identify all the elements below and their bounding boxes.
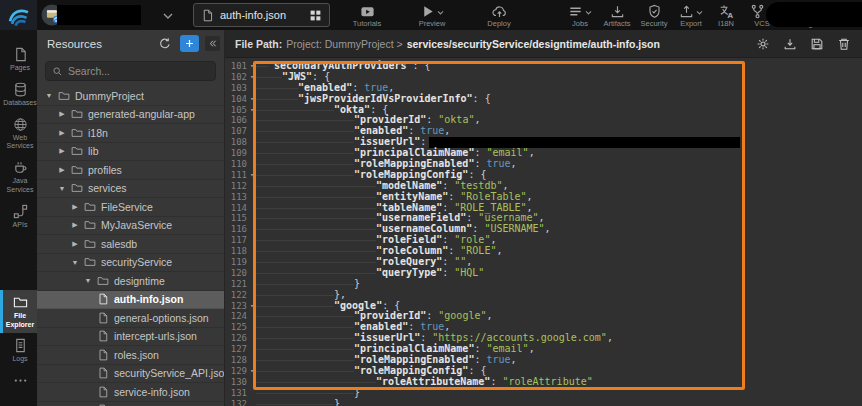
tree-item-label: MyJavaService bbox=[101, 219, 172, 231]
refresh-button[interactable] bbox=[156, 35, 174, 53]
tree-item-label: generated-angular-app bbox=[88, 108, 195, 120]
sidebar-item-pages[interactable]: Pages bbox=[0, 42, 37, 77]
tree-item-salesdb[interactable]: ▶salesdb bbox=[37, 235, 224, 254]
tree-item-myjavaservice[interactable]: ▶MyJavaService bbox=[37, 217, 224, 236]
sidebar-item-label: Web Services bbox=[4, 134, 36, 152]
line-number: 120 bbox=[225, 268, 247, 279]
tree-item-profiles[interactable]: ▶profiles bbox=[37, 161, 224, 180]
folder-icon bbox=[71, 164, 83, 176]
chevron-collapsed-icon[interactable]: ▶ bbox=[71, 240, 79, 248]
code-line: 119"roleQuery": "", bbox=[225, 257, 862, 268]
sidebar-item-label: Logs bbox=[12, 355, 27, 364]
tree-item-dummyproject[interactable]: ▼DummyProject bbox=[37, 87, 224, 106]
file-tab[interactable]: auth-info.json bbox=[193, 3, 330, 27]
chevron-expanded-icon[interactable]: ▼ bbox=[71, 259, 79, 266]
toolbar-i18n-button[interactable]: AI18N bbox=[710, 0, 742, 30]
tree-item-lib[interactable]: ▶lib bbox=[37, 143, 224, 162]
chevron-expanded-icon[interactable]: ▼ bbox=[58, 185, 66, 192]
line-number: 124 bbox=[225, 311, 247, 322]
fold-arrow-icon[interactable]: ▾ bbox=[247, 366, 256, 377]
file-path-label: File Path: bbox=[235, 38, 282, 50]
line-number: 121 bbox=[225, 279, 247, 290]
add-resource-button[interactable] bbox=[180, 35, 199, 52]
delete-button[interactable] bbox=[836, 36, 852, 52]
collapse-panel-button[interactable] bbox=[205, 36, 220, 51]
line-number: 110 bbox=[225, 159, 247, 170]
tree-item-securityservice[interactable]: ▼securityService bbox=[37, 254, 224, 273]
search-box[interactable] bbox=[45, 61, 216, 81]
gear-icon bbox=[756, 37, 770, 51]
settings-button[interactable] bbox=[755, 36, 771, 52]
app-logo[interactable] bbox=[0, 0, 37, 30]
tree-item-services[interactable]: ▼services bbox=[37, 180, 224, 199]
upload-tray-icon bbox=[679, 4, 694, 19]
toolbar-deploy-button[interactable]: Deploy bbox=[476, 0, 522, 30]
tree-item-auth-info-json[interactable]: auth-info.json bbox=[37, 291, 224, 310]
sidebar-item-databases[interactable]: Databases bbox=[0, 77, 37, 112]
fold-arrow-icon[interactable]: ▾ bbox=[247, 170, 256, 181]
sidebar-item-apis[interactable]: APIs bbox=[0, 199, 37, 234]
svg-text:A: A bbox=[727, 10, 733, 18]
code-line: 126"issuerUrl": "https://accounts.google… bbox=[225, 333, 862, 344]
fold-arrow-icon[interactable]: ▾ bbox=[247, 105, 256, 116]
chevron-collapsed-icon[interactable]: ▶ bbox=[58, 110, 66, 118]
toolbar-jobs-button[interactable]: Jobs bbox=[562, 0, 598, 30]
tree-item-i18n[interactable]: ▶i18n bbox=[37, 124, 224, 143]
sidebar-item-label: File Explorer bbox=[4, 312, 36, 330]
toolbar-tutorials-button[interactable]: Tutorials bbox=[342, 0, 392, 30]
chevron-down-icon[interactable] bbox=[160, 8, 176, 24]
tree-item-intercept-urls-json[interactable]: intercept-urls.json bbox=[37, 328, 224, 347]
chevron-expanded-icon[interactable]: ▼ bbox=[45, 92, 53, 99]
sidebar-item-more[interactable] bbox=[0, 368, 37, 392]
code-editor[interactable]: 101▾"secondaryAuthProviders": {102▾"JWS"… bbox=[225, 58, 862, 406]
search-input[interactable] bbox=[68, 65, 209, 77]
line-number: 103 bbox=[225, 83, 247, 94]
code-line: 108"issuerUrl": bbox=[225, 137, 862, 148]
tree-item-fileservice[interactable]: ▶FileService bbox=[37, 198, 224, 217]
toolbar-security-button[interactable]: Security bbox=[636, 0, 672, 30]
fold-arrow-icon[interactable]: ▾ bbox=[247, 94, 256, 105]
tree-item-wm-xss-policies-json[interactable]: wm-xss-policies.json bbox=[37, 402, 224, 406]
tree-item-generated-angular-app[interactable]: ▶generated-angular-app bbox=[37, 106, 224, 125]
code-line: 117"roleField": "role", bbox=[225, 235, 862, 246]
fold-arrow-icon[interactable]: ▾ bbox=[247, 61, 256, 72]
code-line: 104▾"jwsProviderIdVsProviderInfo": { bbox=[225, 94, 862, 105]
breadcrumb-project[interactable]: Project: DummyProject > bbox=[286, 38, 402, 50]
line-number: 116 bbox=[225, 224, 247, 235]
folder-icon bbox=[97, 275, 109, 287]
grid-icon[interactable] bbox=[309, 9, 322, 22]
sidebar-item-java-services[interactable]: Java Services bbox=[0, 155, 37, 199]
tree-item-roles-json[interactable]: roles.json bbox=[37, 346, 224, 365]
chevron-collapsed-icon[interactable]: ▶ bbox=[58, 129, 66, 137]
code-line: 116"usernameColumn": "USERNAME", bbox=[225, 224, 862, 235]
tree-item-service-info-json[interactable]: service-info.json bbox=[37, 383, 224, 402]
line-number: 117 bbox=[225, 235, 247, 246]
chevron-expanded-icon[interactable]: ▼ bbox=[84, 277, 92, 284]
sidebar-item-web-services[interactable]: Web Services bbox=[0, 112, 37, 156]
download-button[interactable] bbox=[782, 36, 798, 52]
tree-item-securityservice-api-json[interactable]: securityService_API.json bbox=[37, 365, 224, 384]
toolbar-artifacts-button[interactable]: Artifacts bbox=[598, 0, 636, 30]
tree-item-general-options-json[interactable]: general-options.json bbox=[37, 309, 224, 328]
line-number: 129 bbox=[225, 366, 247, 377]
toolbar-preview-button[interactable]: Preview bbox=[406, 0, 458, 30]
chevron-collapsed-icon[interactable]: ▶ bbox=[71, 221, 79, 229]
sidebar-item-file-explorer[interactable]: File Explorer bbox=[0, 290, 37, 334]
line-number: 126 bbox=[225, 333, 247, 344]
left-nav-rail: PagesDatabasesWeb ServicesJava ServicesA… bbox=[0, 30, 37, 406]
code-line: 106"providerId": "okta", bbox=[225, 115, 862, 126]
chevron-collapsed-icon[interactable]: ▶ bbox=[58, 166, 66, 174]
chevron-collapsed-icon[interactable]: ▶ bbox=[71, 203, 79, 211]
tree-item-designtime[interactable]: ▼designtime bbox=[37, 272, 224, 291]
toolbar-export-button[interactable]: Export bbox=[672, 0, 710, 30]
folder-icon bbox=[71, 182, 83, 194]
chevron-collapsed-icon[interactable]: ▶ bbox=[58, 147, 66, 155]
folder-icon bbox=[84, 238, 96, 250]
fold-arrow-icon[interactable]: ▾ bbox=[247, 301, 256, 312]
logs-icon bbox=[13, 338, 28, 353]
fold-arrow-icon[interactable]: ▾ bbox=[247, 72, 256, 83]
more-dots-icon bbox=[13, 373, 28, 388]
sidebar-item-logs[interactable]: Logs bbox=[0, 333, 37, 368]
save-button[interactable] bbox=[809, 36, 825, 52]
globe-icon bbox=[13, 117, 28, 132]
